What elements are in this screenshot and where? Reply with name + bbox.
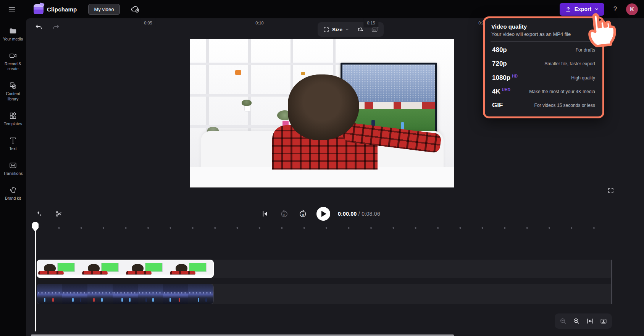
clip-thumbnail	[62, 284, 87, 304]
export-option-4k[interactable]: 4KUHD Make the most of your 4K media	[491, 85, 596, 99]
size-dropdown[interactable]: Size	[320, 24, 352, 35]
transitions-icon	[9, 161, 17, 170]
video-preview[interactable]	[190, 39, 454, 187]
topbar-right: Export ? K	[560, 3, 638, 16]
library-icon	[9, 81, 17, 90]
time-display: 0:00.00 / 0:08.06	[338, 211, 380, 217]
sidebar-item-content-library[interactable]: Content library	[1, 78, 25, 105]
playhead-line	[35, 231, 36, 331]
ruler-label: 0:15	[363, 18, 378, 27]
redo-button[interactable]	[50, 21, 62, 33]
hd-badge: HD	[512, 74, 518, 78]
sidebar-item-label: Templates	[4, 121, 22, 126]
zoom-in-button[interactable]	[571, 316, 582, 326]
plant-decor	[242, 100, 252, 106]
app-logo[interactable]: Clipchamp	[34, 4, 77, 14]
project-title-input[interactable]: My video	[88, 4, 119, 15]
clip-thumbnail	[37, 260, 81, 277]
export-button[interactable]: Export	[560, 3, 604, 16]
skip-to-start-button[interactable]	[259, 208, 271, 220]
sidebar-item-label: Transitions	[3, 171, 23, 176]
clipchamp-logo-icon	[34, 4, 44, 14]
sidebar-item-label: Brand kit	[5, 196, 21, 201]
option-label: 1080p	[492, 74, 510, 81]
play-button[interactable]	[316, 207, 330, 221]
zoom-out-button[interactable]	[558, 316, 568, 326]
clip-thumbnails	[37, 260, 213, 277]
chevron-down-icon	[345, 27, 349, 32]
clip-thumbnail	[138, 284, 163, 304]
sidebar-item-transitions[interactable]: Transitions	[1, 158, 25, 180]
sidebar-item-templates[interactable]: Templates	[1, 108, 25, 130]
clip-thumbnail	[113, 284, 138, 304]
clip-thumbnail	[37, 284, 62, 304]
app-name: Clipchamp	[47, 6, 77, 13]
help-button[interactable]: ?	[611, 4, 619, 14]
clip-thumbnail	[163, 284, 188, 304]
ruler-label: 0:10	[252, 18, 267, 27]
export-menu-title: Video quality	[491, 23, 596, 30]
forward-5-button[interactable]: 5	[297, 208, 309, 220]
vertical-scrollbar[interactable]	[611, 260, 612, 304]
clip-thumbnail	[125, 260, 169, 277]
undo-button[interactable]	[33, 21, 44, 33]
total-time: 0:08.06	[362, 211, 380, 217]
option-description: For drafts	[576, 47, 595, 53]
topbar: Clipchamp My video Export ? K	[0, 0, 644, 18]
couch-seat	[190, 167, 454, 187]
option-description: For videos 15 seconds or less	[534, 103, 595, 108]
current-time: 0:00.00	[338, 211, 357, 217]
timeline-ruler[interactable]	[26, 223, 613, 233]
playback-controls: 5 5 0:00.00 / 0:08.06	[26, 205, 613, 222]
option-description: Smaller file, faster export	[544, 61, 595, 66]
rewind-5-button[interactable]: 5	[278, 208, 290, 220]
timeline-zoom-controls	[555, 313, 612, 329]
sidebar-item-label: Your media	[3, 37, 23, 42]
svg-text:5: 5	[283, 213, 285, 216]
fit-to-screen-button[interactable]	[585, 316, 596, 326]
cloud-sync-icon[interactable]	[129, 3, 141, 15]
video-clip-soccer[interactable]	[37, 284, 214, 304]
brand-kit-icon	[9, 186, 17, 194]
chevron-down-icon	[594, 7, 599, 11]
sidebar: Your media Record & create Content libra…	[0, 18, 26, 336]
ruler-label: 0:05	[140, 18, 155, 27]
sidebar-item-brand-kit[interactable]: Brand kit	[1, 183, 25, 205]
export-option-gif[interactable]: GIF For videos 15 seconds or less	[491, 99, 596, 112]
avatar[interactable]: K	[626, 3, 638, 15]
paint-bucket-icon	[357, 26, 364, 33]
export-quality-menu: Video quality Your video will export as …	[483, 16, 604, 118]
export-option-1080p[interactable]: 1080pHD High quality	[491, 71, 596, 85]
history-controls	[33, 21, 62, 33]
size-dropdown-label: Size	[332, 27, 342, 32]
sidebar-item-your-media[interactable]: Your media	[1, 24, 25, 45]
menu-icon[interactable]	[5, 3, 18, 16]
play-icon	[321, 211, 326, 217]
export-arrow-icon	[565, 6, 571, 13]
sidebar-item-label: Content library	[1, 91, 25, 101]
export-option-480p[interactable]: 480p For drafts	[491, 43, 596, 57]
clip-thumbnail	[81, 260, 125, 277]
shelf-box-decor	[235, 70, 241, 75]
text-icon	[9, 136, 17, 145]
time-separator: /	[357, 211, 362, 217]
folder-icon	[9, 27, 17, 35]
fullscreen-button[interactable]	[606, 186, 616, 195]
minimize-timeline-button[interactable]	[598, 316, 609, 326]
person-hair	[288, 74, 359, 140]
option-description: Make the most of your 4K media	[529, 89, 595, 94]
templates-icon	[9, 111, 17, 120]
svg-text:CC: CC	[373, 29, 376, 31]
uhd-badge: UHD	[502, 88, 511, 92]
clip-thumbnail	[87, 284, 113, 304]
option-label: 480p	[492, 46, 507, 53]
crop-icon	[323, 26, 329, 33]
option-description: High quality	[571, 75, 595, 81]
playhead[interactable]	[32, 222, 39, 333]
sidebar-item-record-create[interactable]: Record & create	[1, 48, 25, 75]
shelf-box-decor	[301, 72, 305, 75]
horizontal-scrollbar[interactable]	[31, 334, 454, 336]
sidebar-item-text[interactable]: Text	[1, 133, 25, 155]
export-option-720p[interactable]: 720p Smaller file, faster export	[491, 57, 596, 71]
video-clip-greenscreen[interactable]	[37, 260, 214, 278]
